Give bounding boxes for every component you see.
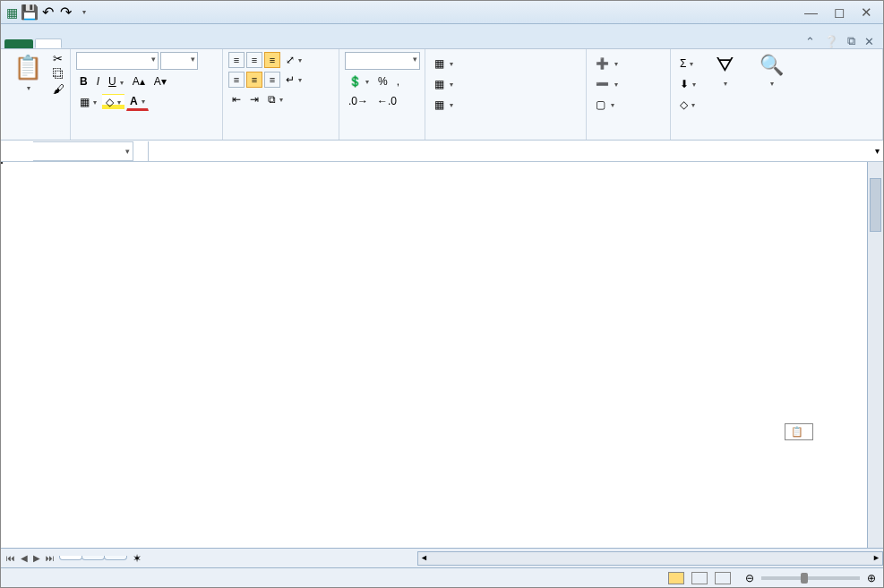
cut-icon[interactable]: ✂ bbox=[53, 52, 64, 65]
zoom-in-button[interactable]: ⊕ bbox=[867, 572, 876, 584]
zoom-slider[interactable] bbox=[761, 576, 860, 580]
cell-styles-button[interactable]: ▦ bbox=[431, 97, 457, 113]
maximize-icon[interactable]: ◻ bbox=[834, 4, 845, 21]
vertical-scrollbar[interactable] bbox=[867, 162, 883, 548]
normal-view-button[interactable] bbox=[668, 572, 684, 584]
group-alignment-label bbox=[228, 136, 333, 140]
increase-indent-button[interactable]: ⇥ bbox=[246, 91, 262, 107]
italic-button[interactable]: I bbox=[93, 73, 103, 89]
format-cells-button[interactable]: ▢ bbox=[592, 97, 618, 113]
undo-icon[interactable]: ↶ bbox=[40, 5, 55, 20]
group-number-label bbox=[345, 136, 419, 140]
grow-font-button[interactable]: A▴ bbox=[129, 73, 149, 89]
tab-view[interactable] bbox=[187, 40, 212, 48]
delete-icon: ➖ bbox=[596, 78, 609, 90]
fill-button[interactable]: ⬇ bbox=[676, 76, 699, 92]
copy-icon[interactable]: ⿻ bbox=[53, 67, 64, 81]
find-select-button[interactable]: 🔍 bbox=[750, 52, 793, 89]
clear-button[interactable]: ◇ bbox=[676, 97, 699, 113]
font-color-button[interactable]: A bbox=[126, 93, 149, 111]
copy-marquee bbox=[1, 162, 3, 164]
number-format-select[interactable] bbox=[345, 52, 420, 70]
table-icon: ▦ bbox=[434, 78, 444, 90]
tab-data[interactable] bbox=[87, 40, 112, 48]
cell-styles-icon: ▦ bbox=[434, 98, 444, 111]
paste-options-badge[interactable]: 📋 bbox=[785, 423, 813, 440]
align-top-button[interactable]: ≡ bbox=[228, 52, 245, 68]
format-painter-icon[interactable]: 🖌 bbox=[53, 82, 64, 96]
font-name-select[interactable] bbox=[76, 52, 159, 70]
increase-decimal-button[interactable]: .0→ bbox=[345, 93, 372, 109]
tab-file[interactable] bbox=[4, 39, 33, 48]
zoom-out-button[interactable]: ⊖ bbox=[745, 572, 754, 584]
ribbon-tabs: ⌃ ❔ ⧉ ✕ bbox=[1, 24, 883, 49]
sheet-nav-next-icon[interactable]: ▶ bbox=[31, 552, 42, 564]
tab-expert-pdf[interactable] bbox=[212, 40, 237, 48]
sort-filter-button[interactable]: ᗊ bbox=[703, 52, 746, 89]
formula-bar: ▾ bbox=[1, 141, 883, 162]
sheet-nav-first-icon[interactable]: ⏮ bbox=[4, 552, 17, 564]
excel-icon: ▦ bbox=[4, 5, 19, 20]
conditional-formatting-button[interactable]: ▦ bbox=[431, 55, 457, 72]
formula-input[interactable] bbox=[148, 141, 871, 161]
align-center-button[interactable]: ≡ bbox=[246, 72, 262, 88]
page-break-view-button[interactable] bbox=[715, 572, 731, 584]
redo-icon[interactable]: ↷ bbox=[58, 5, 73, 20]
font-size-select[interactable] bbox=[160, 52, 198, 70]
align-left-button[interactable]: ≡ bbox=[228, 72, 245, 88]
autosum-button[interactable]: Σ bbox=[676, 55, 699, 72]
name-box[interactable] bbox=[33, 141, 133, 161]
clipboard-icon: 📋 bbox=[13, 54, 42, 81]
align-right-button[interactable]: ≡ bbox=[264, 72, 280, 88]
tab-page-layout[interactable] bbox=[112, 40, 137, 48]
orientation-button[interactable]: ⤢ bbox=[282, 52, 305, 68]
horizontal-scrollbar[interactable] bbox=[417, 551, 883, 566]
shrink-font-button[interactable]: A▾ bbox=[150, 73, 170, 89]
tab-review[interactable] bbox=[162, 40, 187, 48]
group-styles-label bbox=[431, 136, 580, 140]
merge-button[interactable]: ⧉ bbox=[264, 91, 287, 107]
bold-button[interactable]: B bbox=[76, 73, 91, 89]
delete-cells-button[interactable]: ➖ bbox=[592, 76, 622, 92]
minimize-ribbon-icon[interactable]: ⌃ bbox=[805, 35, 815, 48]
sort-icon: ᗊ bbox=[716, 54, 734, 77]
sheet-nav-last-icon[interactable]: ⏭ bbox=[44, 552, 56, 564]
save-icon[interactable]: 💾 bbox=[22, 5, 37, 20]
minimize-icon[interactable]: — bbox=[804, 4, 818, 21]
window-close-inner-icon[interactable]: ✕ bbox=[864, 35, 874, 48]
decrease-indent-button[interactable]: ⇤ bbox=[228, 91, 245, 107]
sheet-tab-3[interactable] bbox=[104, 556, 127, 560]
ribbon: 📋 ✂ ⿻ 🖌 B I U A▴ A▾ ▦ bbox=[1, 49, 883, 141]
worksheet-area: 📋 bbox=[1, 162, 883, 548]
window-restore-icon[interactable]: ⧉ bbox=[847, 34, 855, 48]
decrease-decimal-button[interactable]: ←.0 bbox=[373, 93, 400, 109]
group-clipboard-label bbox=[6, 136, 64, 140]
tab-home[interactable] bbox=[35, 38, 62, 48]
align-bottom-button[interactable]: ≡ bbox=[264, 52, 280, 68]
format-as-table-button[interactable]: ▦ bbox=[431, 76, 457, 92]
percent-button[interactable]: % bbox=[374, 73, 391, 89]
new-sheet-icon[interactable]: ✶ bbox=[127, 552, 147, 565]
status-bar: ⊖ ⊕ bbox=[1, 567, 883, 587]
tab-formulas[interactable] bbox=[137, 40, 162, 48]
insert-cells-button[interactable]: ➕ bbox=[592, 55, 622, 72]
insert-icon: ➕ bbox=[596, 57, 609, 70]
wrap-text-button[interactable]: ↵ bbox=[282, 72, 305, 88]
underline-button[interactable]: U bbox=[105, 73, 127, 89]
fill-color-button[interactable]: ◇ bbox=[102, 94, 124, 110]
sheet-tab-1[interactable] bbox=[59, 556, 82, 560]
sheet-nav-prev-icon[interactable]: ◀ bbox=[19, 552, 30, 564]
expand-formula-bar-icon[interactable]: ▾ bbox=[871, 146, 883, 156]
paste-button[interactable]: 📋 bbox=[6, 52, 49, 93]
qat-more-icon[interactable] bbox=[76, 5, 90, 20]
tab-insert[interactable] bbox=[62, 40, 87, 48]
find-icon: 🔍 bbox=[760, 54, 784, 77]
align-middle-button[interactable]: ≡ bbox=[246, 52, 262, 68]
close-icon[interactable]: ✕ bbox=[861, 4, 872, 21]
border-button[interactable]: ▦ bbox=[76, 94, 100, 110]
sheet-tab-2[interactable] bbox=[82, 556, 105, 560]
accounting-format-button[interactable]: 💲 bbox=[345, 73, 373, 89]
page-layout-view-button[interactable] bbox=[691, 572, 708, 584]
help-icon[interactable]: ❔ bbox=[824, 35, 838, 48]
comma-button[interactable]: , bbox=[393, 73, 403, 89]
